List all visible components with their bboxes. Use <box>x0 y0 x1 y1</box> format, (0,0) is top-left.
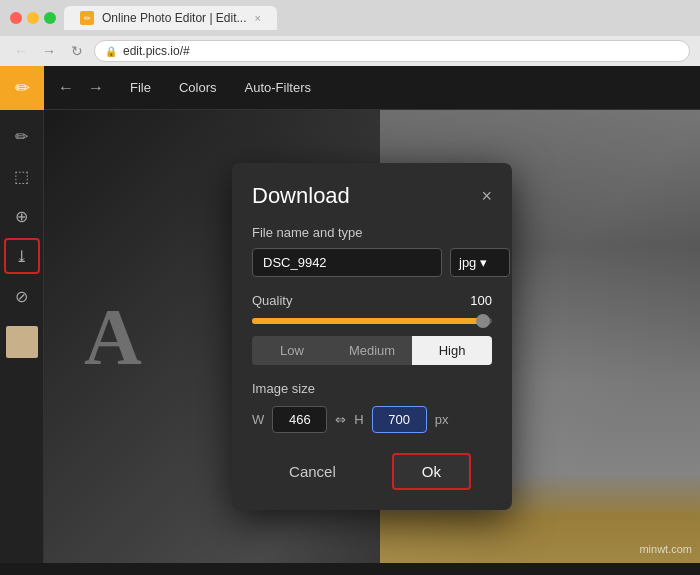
file-type-value: jpg <box>459 255 476 270</box>
sidebar-tool-eyedropper[interactable]: ⊘ <box>4 278 40 314</box>
quality-label: Quality <box>252 293 292 308</box>
color-swatch[interactable] <box>6 326 38 358</box>
title-bar: ✏ Online Photo Editor | Edit... × <box>0 0 700 36</box>
sidebar-tool-transform[interactable]: ⊕ <box>4 198 40 234</box>
image-size-label: Image size <box>252 381 492 396</box>
close-window-button[interactable] <box>10 12 22 24</box>
browser-tab[interactable]: ✏ Online Photo Editor | Edit... × <box>64 6 277 30</box>
app-container: ✏ ← → File Colors Auto-Filters ✏ ⬚ ⊕ ⤓ <box>0 66 700 563</box>
cancel-button[interactable]: Cancel <box>273 455 352 488</box>
menu-file[interactable]: File <box>118 76 163 99</box>
quality-slider-fill <box>252 318 487 324</box>
ok-button[interactable]: Ok <box>392 453 471 490</box>
quality-high-button[interactable]: High <box>412 336 492 365</box>
undo-button[interactable]: ← <box>52 75 80 101</box>
sidebar: ✏ ⬚ ⊕ ⤓ ⊘ <box>0 110 44 563</box>
dialog-footer: Cancel Ok <box>252 453 492 490</box>
quality-low-button[interactable]: Low <box>252 336 332 365</box>
transform-icon: ⊕ <box>15 207 28 226</box>
file-type-select[interactable]: jpg ▾ <box>450 248 510 277</box>
height-input[interactable] <box>372 406 427 433</box>
dialog-close-button[interactable]: × <box>481 187 492 205</box>
image-size-row: W ⇔ H px <box>252 406 492 433</box>
sidebar-tool-download[interactable]: ⤓ <box>4 238 40 274</box>
file-name-input[interactable] <box>252 248 442 277</box>
sidebar-tool-pencil[interactable]: ✏ <box>4 118 40 154</box>
menu-autofilters[interactable]: Auto-Filters <box>233 76 323 99</box>
lock-icon: 🔒 <box>105 46 117 57</box>
tab-favicon: ✏ <box>80 11 94 25</box>
dialog-title: Download <box>252 183 350 209</box>
pencil-tool-icon: ✏ <box>15 127 28 146</box>
active-tool-button[interactable]: ✏ <box>0 66 44 110</box>
forward-button[interactable]: → <box>38 40 60 62</box>
browser-chrome: ✏ Online Photo Editor | Edit... × ← → ↻ … <box>0 0 700 66</box>
link-dimensions-icon[interactable]: ⇔ <box>335 412 346 427</box>
maximize-window-button[interactable] <box>44 12 56 24</box>
quality-slider-thumb[interactable] <box>476 314 490 328</box>
dialog-overlay: Download × File name and type jpg ▾ <box>44 110 700 563</box>
quality-buttons: Low Medium High <box>252 336 492 365</box>
minimize-window-button[interactable] <box>27 12 39 24</box>
menu-items: File Colors Auto-Filters <box>118 76 323 99</box>
quality-medium-button[interactable]: Medium <box>332 336 412 365</box>
file-label: File name and type <box>252 225 492 240</box>
crop-icon: ⬚ <box>14 167 29 186</box>
eyedropper-icon: ⊘ <box>15 287 28 306</box>
quality-value: 100 <box>470 293 492 308</box>
file-name-row: jpg ▾ <box>252 248 492 277</box>
dialog-header: Download × <box>252 183 492 209</box>
quality-slider-container[interactable] <box>252 318 492 324</box>
back-button[interactable]: ← <box>10 40 32 62</box>
main-area: ✏ ⬚ ⊕ ⤓ ⊘ A minwt.com <box>0 110 700 563</box>
app-menu: ✏ ← → File Colors Auto-Filters <box>0 66 700 110</box>
width-input[interactable] <box>272 406 327 433</box>
url-text: edit.pics.io/# <box>123 44 190 58</box>
address-bar-row: ← → ↻ 🔒 edit.pics.io/# <box>0 36 700 66</box>
width-label: W <box>252 412 264 427</box>
pencil-icon: ✏ <box>15 77 30 99</box>
traffic-lights <box>10 12 56 24</box>
height-label: H <box>354 412 363 427</box>
download-dialog: Download × File name and type jpg ▾ <box>232 163 512 510</box>
download-icon: ⤓ <box>15 247 28 266</box>
redo-button[interactable]: → <box>82 75 110 101</box>
refresh-button[interactable]: ↻ <box>66 40 88 62</box>
quality-slider-track <box>252 318 492 324</box>
address-bar[interactable]: 🔒 edit.pics.io/# <box>94 40 690 62</box>
file-type-arrow: ▾ <box>480 255 487 270</box>
tab-close-button[interactable]: × <box>255 12 261 24</box>
menu-colors[interactable]: Colors <box>167 76 229 99</box>
canvas-area: A minwt.com Download × File name and typ… <box>44 110 700 563</box>
quality-row: Quality 100 <box>252 293 492 308</box>
sidebar-tool-crop[interactable]: ⬚ <box>4 158 40 194</box>
tab-title: Online Photo Editor | Edit... <box>102 11 247 25</box>
size-unit: px <box>435 412 449 427</box>
undo-redo-group: ← → <box>44 75 118 101</box>
